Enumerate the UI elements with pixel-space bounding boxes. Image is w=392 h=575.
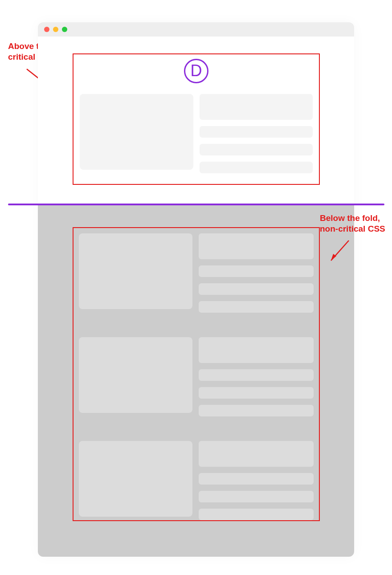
traffic-light-maximize-icon bbox=[62, 27, 67, 32]
below-fold-region bbox=[73, 227, 320, 521]
below-fold-annotation: Below the fold, non-critical CSS bbox=[320, 213, 385, 234]
below-content-row bbox=[74, 441, 319, 520]
skeleton-image-block bbox=[79, 441, 192, 517]
skeleton-image-block bbox=[79, 233, 192, 309]
skeleton-line-bar bbox=[200, 162, 313, 173]
skeleton-heading-bar bbox=[199, 441, 314, 467]
skeleton-line-bar bbox=[199, 473, 314, 485]
skeleton-line-bar bbox=[200, 144, 313, 155]
below-fold-annotation-line1: Below the fold, bbox=[320, 213, 380, 223]
skeleton-line-bar bbox=[199, 265, 314, 277]
browser-window: D bbox=[38, 22, 354, 557]
traffic-light-minimize-icon bbox=[53, 27, 58, 32]
skeleton-text-group bbox=[199, 233, 314, 313]
skeleton-line-bar bbox=[200, 126, 313, 138]
browser-body: D bbox=[38, 37, 354, 557]
skeleton-line-bar bbox=[199, 387, 314, 399]
below-fold-annotation-line2: non-critical CSS bbox=[320, 224, 385, 233]
skeleton-line-bar bbox=[199, 405, 314, 416]
skeleton-line-bar bbox=[199, 509, 314, 520]
below-content-row bbox=[74, 337, 319, 416]
above-fold-region: D bbox=[73, 53, 320, 185]
above-content-row bbox=[74, 94, 319, 173]
skeleton-line-bar bbox=[199, 491, 314, 502]
logo-circle-icon: D bbox=[184, 59, 208, 83]
skeleton-image-block bbox=[80, 94, 193, 170]
skeleton-image-block bbox=[79, 337, 192, 413]
below-content-row bbox=[74, 233, 319, 313]
skeleton-line-bar bbox=[199, 369, 314, 381]
skeleton-text-group bbox=[200, 94, 313, 173]
logo-letter: D bbox=[191, 63, 202, 79]
browser-chrome bbox=[38, 22, 354, 37]
fold-divider-line bbox=[8, 204, 384, 205]
skeleton-line-bar bbox=[199, 301, 314, 313]
skeleton-heading-bar bbox=[199, 337, 314, 363]
skeleton-heading-bar bbox=[199, 233, 314, 259]
skeleton-line-bar bbox=[199, 283, 314, 295]
skeleton-text-group bbox=[199, 441, 314, 520]
skeleton-heading-bar bbox=[200, 94, 313, 120]
skeleton-text-group bbox=[199, 337, 314, 416]
traffic-light-close-icon bbox=[44, 27, 49, 32]
